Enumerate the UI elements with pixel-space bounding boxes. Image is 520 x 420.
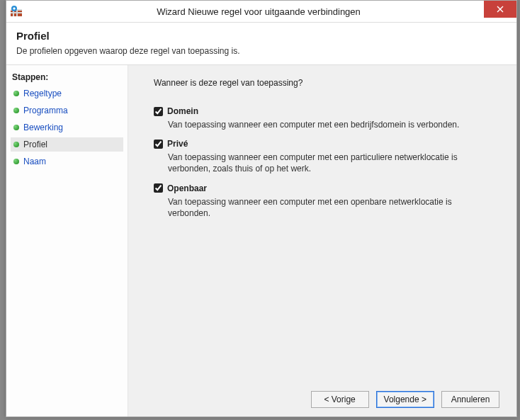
page-title: Profiel (16, 30, 507, 42)
option-description: Van toepassing wanneer een computer met … (168, 152, 480, 174)
option-head[interactable]: Openbaar (154, 183, 499, 193)
step-label: Regeltype (23, 89, 62, 98)
header-band: Profiel De profielen opgeven waarop deze… (6, 22, 516, 65)
wizard-body: Stappen: Regeltype Programma Bewerking P… (6, 65, 516, 416)
option-prive: Privé Van toepassing wanneer een compute… (154, 139, 499, 174)
step-bullet-icon (13, 91, 19, 96)
option-openbaar: Openbaar Van toepassing wanneer een comp… (154, 183, 499, 219)
cancel-button[interactable]: Annuleren (441, 391, 499, 408)
footer-buttons: < Vorige Volgende > Annuleren (154, 381, 499, 408)
checkbox-domein[interactable] (154, 107, 163, 116)
option-label: Openbaar (167, 183, 207, 193)
option-description: Van toepassing wanneer een computer met … (168, 119, 480, 130)
titlebar: Wizard Nieuwe regel voor uitgaande verbi… (6, 1, 516, 22)
option-label: Domein (167, 106, 198, 116)
step-bewerking[interactable]: Bewerking (11, 120, 123, 135)
step-label: Naam (23, 157, 46, 166)
next-button[interactable]: Volgende > (376, 391, 434, 408)
option-label: Privé (167, 139, 188, 149)
step-bullet-icon (13, 108, 19, 113)
step-naam[interactable]: Naam (11, 154, 123, 169)
step-label: Bewerking (23, 123, 63, 132)
option-head[interactable]: Privé (154, 139, 499, 149)
step-label: Programma (23, 106, 68, 115)
step-label: Profiel (23, 140, 47, 149)
step-bullet-icon (13, 159, 19, 164)
back-button[interactable]: < Vorige (311, 391, 369, 408)
step-regeltype[interactable]: Regeltype (11, 86, 123, 101)
page-description: De profielen opgeven waarop deze regel v… (16, 46, 507, 56)
checkbox-prive[interactable] (154, 140, 163, 149)
steps-sidebar: Stappen: Regeltype Programma Bewerking P… (6, 65, 128, 416)
close-button[interactable] (484, 1, 516, 18)
window-title: Wizard Nieuwe regel voor uitgaande verbi… (1, 6, 516, 17)
option-head[interactable]: Domein (154, 106, 499, 116)
step-profiel[interactable]: Profiel (11, 137, 123, 152)
content-panel: Wanneer is deze regel van toepassing? Do… (128, 65, 516, 416)
option-description: Van toepassing wanneer een computer met … (168, 196, 480, 219)
step-programma[interactable]: Programma (11, 103, 123, 118)
checkbox-openbaar[interactable] (154, 183, 163, 193)
option-domein: Domein Van toepassing wanneer een comput… (154, 106, 499, 130)
step-bullet-icon (13, 142, 19, 147)
steps-title: Stappen: (11, 71, 123, 86)
close-icon (497, 6, 504, 13)
wizard-window: Wizard Nieuwe regel voor uitgaande verbi… (6, 0, 517, 417)
content-question: Wanneer is deze regel van toepassing? (154, 78, 499, 88)
step-bullet-icon (13, 125, 19, 130)
